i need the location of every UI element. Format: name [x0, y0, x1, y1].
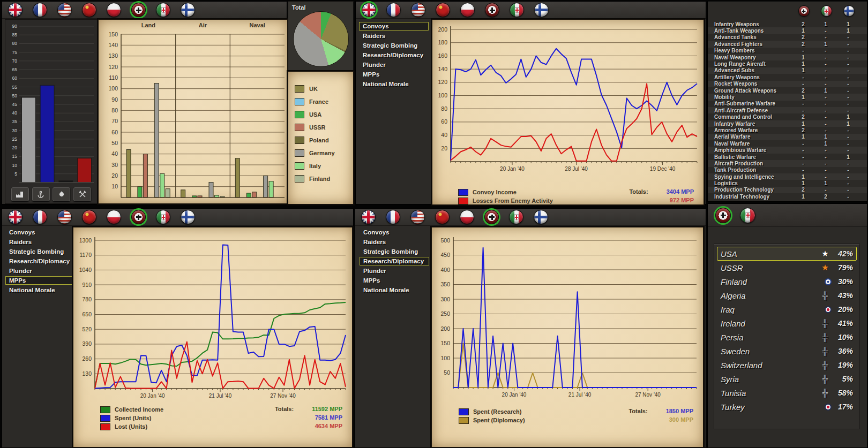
menu-item-research-diplomacy[interactable]: Research/Diplomacy	[360, 257, 429, 265]
cross-icon	[819, 291, 832, 300]
svg-text:28 Jul '40: 28 Jul '40	[565, 166, 588, 172]
flag-finland[interactable]	[843, 5, 855, 17]
tech-row-tank-production: Tank Production---	[708, 167, 867, 173]
tech-level: -	[837, 141, 859, 147]
research-menu: ConvoysRaidersStrategic BombingResearch/…	[360, 228, 429, 295]
svg-text:20 Jan '40: 20 Jan '40	[502, 392, 527, 398]
svg-text:15: 15	[12, 154, 18, 159]
flag-italy[interactable]	[156, 210, 170, 224]
tech-level: 2	[792, 21, 814, 27]
flag-italy[interactable]	[821, 5, 832, 17]
menu-item-plunder[interactable]: Plunder	[359, 60, 429, 69]
flag-france[interactable]	[33, 210, 47, 224]
menu-item-strategic-bombing[interactable]: Strategic Bombing	[5, 247, 73, 256]
flag-italy[interactable]	[740, 208, 755, 223]
svg-text:40: 40	[441, 132, 447, 138]
diplomacy-row-syria[interactable]: Syria5%	[717, 372, 857, 386]
flag-uk[interactable]	[8, 3, 23, 17]
menu-item-mpps[interactable]: MPPs	[360, 276, 429, 285]
menu-item-raiders[interactable]: Raiders	[360, 238, 429, 246]
flag-usa[interactable]	[57, 210, 72, 224]
flag-germany[interactable]	[484, 210, 499, 224]
diplomacy-row-tunisia[interactable]: Tunisia58%	[717, 386, 857, 400]
diplomacy-row-persia[interactable]: Persia10%	[717, 330, 857, 344]
flag-usa[interactable]	[411, 3, 425, 17]
tech-row-amphibious-warfare: Amphibious Warfare---	[708, 147, 867, 153]
flag-ussr[interactable]	[435, 210, 450, 224]
flag-germany[interactable]	[715, 208, 731, 223]
flag-poland[interactable]	[460, 210, 474, 224]
flag-poland[interactable]	[107, 210, 121, 224]
menu-item-strategic-bombing[interactable]: Strategic Bombing	[359, 41, 429, 50]
diplomacy-row-sweden[interactable]: Sweden36%	[717, 344, 857, 358]
flag-germany[interactable]	[131, 210, 146, 224]
flag-finland[interactable]	[181, 3, 195, 17]
flag-germany[interactable]	[798, 5, 810, 17]
flag-italy[interactable]	[510, 3, 524, 17]
flag-france[interactable]	[386, 3, 401, 17]
flag-finland[interactable]	[534, 3, 549, 17]
flag-poland[interactable]	[107, 3, 121, 17]
flag-finland[interactable]	[534, 210, 548, 224]
flag-ussr[interactable]	[82, 3, 96, 17]
menu-item-national-morale[interactable]: National Morale	[359, 80, 429, 88]
diplomacy-row-ussr[interactable]: USSR79%	[717, 261, 857, 275]
tech-level: -	[837, 55, 859, 60]
legend-label: Spent (Units)	[115, 415, 151, 421]
diplomacy-row-ireland[interactable]: Ireland41%	[717, 316, 857, 330]
menu-item-plunder[interactable]: Plunder	[360, 267, 429, 275]
flag-usa[interactable]	[57, 3, 72, 17]
svg-text:20 Jan '40: 20 Jan '40	[140, 393, 165, 399]
menu-item-mpps[interactable]: MPPs	[359, 70, 429, 79]
flag-uk[interactable]	[362, 3, 376, 17]
flag-italy[interactable]	[156, 3, 170, 17]
menu-item-raiders[interactable]: Raiders	[359, 32, 429, 40]
tech-label: Armored Warfare	[714, 127, 792, 133]
flag-germany[interactable]	[131, 3, 146, 17]
diplomacy-row-finland[interactable]: Finland30%	[717, 275, 857, 288]
diplomacy-row-turkey[interactable]: Turkey17%	[717, 400, 857, 414]
tech-level: -	[814, 67, 837, 73]
menu-item-mpps[interactable]: MPPs	[5, 276, 73, 285]
flag-france[interactable]	[33, 3, 47, 17]
flag-uk[interactable]	[361, 210, 376, 224]
research-flag-bar	[355, 209, 706, 226]
flag-poland[interactable]	[460, 3, 475, 17]
resource-bar-chart: 51015202530354045505560657075808590	[5, 21, 96, 187]
svg-text:20: 20	[12, 145, 18, 150]
diplomacy-row-algeria[interactable]: Algeria43%	[717, 288, 857, 302]
menu-item-convoys[interactable]: Convoys	[360, 228, 429, 237]
menu-item-strategic-bombing[interactable]: Strategic Bombing	[360, 247, 429, 256]
convoys-legend: Convoy IncomeLosses From Enemy ActivityT…	[458, 188, 697, 205]
menu-item-national-morale[interactable]: National Morale	[5, 286, 73, 294]
menu-item-national-morale[interactable]: National Morale	[360, 286, 429, 294]
totals-block: Totals:11592 MPP7581 MPP4634 MPP	[275, 406, 342, 429]
svg-text:10: 10	[111, 183, 118, 189]
menu-item-convoys[interactable]: Convoys	[359, 22, 429, 31]
flag-uk[interactable]	[8, 210, 23, 224]
flag-ussr[interactable]	[436, 3, 450, 17]
flag-france[interactable]	[386, 210, 400, 224]
industry-button[interactable]	[11, 187, 29, 201]
oil-button[interactable]	[53, 187, 70, 201]
flag-germany[interactable]	[485, 3, 499, 17]
legend-label: USSR	[309, 124, 326, 131]
diplomacy-row-iraq[interactable]: Iraq20%	[717, 302, 857, 316]
menu-item-plunder[interactable]: Plunder	[5, 267, 73, 275]
flag-italy[interactable]	[509, 210, 523, 224]
menu-item-convoys[interactable]: Convoys	[5, 228, 73, 237]
menu-item-raiders[interactable]: Raiders	[5, 238, 73, 246]
svg-text:55: 55	[12, 85, 18, 90]
menu-item-research-diplomacy[interactable]: Research/Diplomacy	[359, 51, 429, 59]
tech-level: -	[814, 187, 837, 193]
flag-finland[interactable]	[181, 210, 195, 224]
flag-usa[interactable]	[410, 210, 425, 224]
mines-button[interactable]	[73, 187, 91, 201]
country-percent: 5%	[832, 375, 853, 383]
country-name: Tunisia	[721, 389, 819, 398]
ports-button[interactable]	[32, 187, 50, 201]
diplomacy-row-switzerland[interactable]: Switzerland19%	[717, 358, 857, 372]
flag-ussr[interactable]	[82, 210, 96, 224]
diplomacy-row-usa[interactable]: USA42%	[717, 247, 857, 261]
menu-item-research-diplomacy[interactable]: Research/Diplomacy	[5, 257, 73, 265]
